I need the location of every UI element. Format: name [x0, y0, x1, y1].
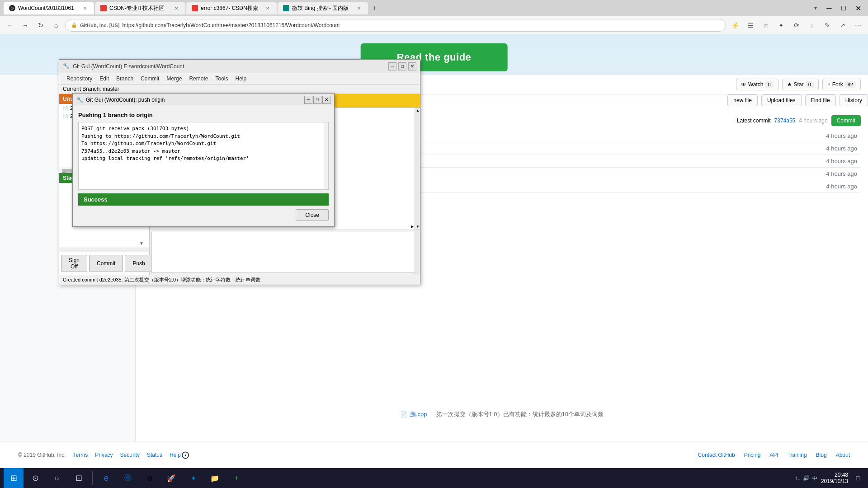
push-scrollbar[interactable]	[324, 122, 328, 189]
push-maximize[interactable]: □	[313, 96, 321, 104]
tab-list-icon[interactable]: ▾	[810, 3, 821, 14]
menu-help[interactable]: Help	[231, 74, 250, 83]
push-minimize[interactable]: ─	[304, 96, 312, 104]
tab-2[interactable]: CSDN-专业IT技术社区 ✕	[95, 2, 185, 14]
footer-about-link[interactable]: About	[836, 452, 850, 458]
menu-repository[interactable]: Repository	[63, 74, 96, 83]
taskbar-notepadpp[interactable]: +	[226, 468, 246, 488]
downloads-icon[interactable]: ↓	[806, 19, 818, 32]
notification-center[interactable]: □	[852, 472, 864, 484]
find-file-button[interactable]: Find file	[805, 94, 836, 106]
tab-3[interactable]: error c3867- CSDN搜索 ✕	[186, 2, 277, 14]
sign-off-button[interactable]: Sign Off	[61, 255, 87, 272]
staged-hscroll[interactable]	[59, 247, 149, 252]
fork-button[interactable]: ⑂ Fork 82	[822, 79, 861, 90]
git-gui-minimize[interactable]: ─	[388, 62, 396, 70]
favorites-icon[interactable]: ☆	[760, 19, 772, 32]
taskbar-explorer[interactable]: 📁	[205, 468, 225, 488]
taskbar-date: 2019/10/13	[821, 478, 848, 484]
menu-remote[interactable]: Remote	[185, 74, 212, 83]
vscroll-right-corner[interactable]: ▶	[410, 224, 415, 230]
menu-tools[interactable]: Tools	[212, 74, 231, 83]
star-button[interactable]: ★ Star 0	[782, 79, 819, 90]
collections-icon[interactable]: ✦	[775, 19, 788, 32]
commit-message-input[interactable]	[151, 232, 418, 273]
network-icon[interactable]: ↑↓	[795, 475, 800, 481]
commit-button-gui[interactable]: Commit	[89, 255, 123, 272]
menu-branch[interactable]: Branch	[113, 74, 137, 83]
share-icon[interactable]: ↗	[836, 19, 849, 32]
tab-close-active[interactable]: ✕	[81, 5, 89, 12]
taskbar-cortana[interactable]: ○	[47, 468, 67, 488]
vscroll-down[interactable]: ▼	[415, 224, 420, 230]
volume-icon[interactable]: 🔊	[803, 475, 810, 481]
tab-2-close[interactable]: ✕	[173, 5, 180, 12]
commit-hash[interactable]: 7374a55	[774, 117, 796, 124]
source-link[interactable]: 📄 源.cpp	[400, 410, 427, 418]
footer-help-link[interactable]: Help	[170, 452, 181, 458]
vscroll-up[interactable]: ▲	[415, 108, 420, 113]
refresh-button[interactable]: ↻	[34, 19, 47, 32]
extensions-icon[interactable]: ⚡	[729, 19, 741, 32]
watch-button[interactable]: 👁 Watch 0	[736, 79, 778, 90]
tab-3-title: error c3867- CSDN搜索	[201, 5, 261, 12]
tab-4[interactable]: 微软 Bing 搜索 - 国内版 ✕	[278, 2, 368, 14]
commit-msg-area	[150, 230, 420, 275]
tab-3-close[interactable]: ✕	[264, 5, 271, 12]
file-time-2: 4 hours ago	[438, 142, 861, 155]
taskbar-search[interactable]: ⊙	[25, 468, 45, 488]
push-close-button[interactable]: Close	[296, 209, 329, 221]
footer-contact-link[interactable]: Contact GitHub	[698, 452, 735, 458]
taskbar-ie[interactable]: e	[96, 468, 116, 488]
menu-icon[interactable]: ⋯	[852, 19, 864, 32]
git-gui-maximize[interactable]: □	[398, 62, 406, 70]
taskbar-edge[interactable]: ⓔ	[118, 468, 138, 488]
maximize-browser[interactable]: □	[837, 2, 850, 14]
history-icon[interactable]: ⟳	[790, 19, 803, 32]
new-file-button[interactable]: new file	[727, 94, 758, 106]
footer-security-link[interactable]: Security	[120, 452, 140, 458]
history-button[interactable]: History	[840, 94, 868, 106]
menu-edit[interactable]: Edit	[96, 74, 113, 83]
address-input[interactable]: 🔒 GitHub, Inc. [US] https://github.com/T…	[65, 19, 726, 32]
push-dialog-titlebar: 🔧 Git Gui (WordCount): push origin ─ □ ✕	[73, 94, 334, 106]
footer-privacy-link[interactable]: Privacy	[95, 452, 113, 458]
commit-button[interactable]: Commit	[831, 115, 861, 126]
source-file-name: 源.cpp	[410, 410, 427, 418]
staged-scroll-down[interactable]: ▼	[139, 241, 144, 246]
upload-files-button[interactable]: Upload files	[761, 94, 802, 106]
push-dialog-body: Pushing 1 branch to origin POST git-rece…	[73, 106, 334, 226]
taskbar-task-view[interactable]: ⊡	[69, 468, 89, 488]
taskbar-chrome[interactable]: ⊕	[140, 468, 160, 488]
msg-vscroll[interactable]	[415, 230, 420, 275]
language-indicator[interactable]: 中	[812, 475, 817, 482]
menu-merge[interactable]: Merge	[163, 74, 185, 83]
home-button[interactable]: ⌂	[50, 19, 62, 32]
new-tab-button[interactable]: +	[369, 4, 380, 12]
diff-vscroll[interactable]: ▲ ▼	[415, 108, 420, 230]
menu-commit[interactable]: Commit	[137, 74, 163, 83]
taskbar-clock[interactable]: 20:48 2019/10/13	[821, 472, 848, 484]
git-gui-close[interactable]: ✕	[408, 62, 416, 70]
footer-training-link[interactable]: Training	[788, 452, 807, 458]
forward-button[interactable]: →	[19, 19, 32, 32]
footer-api-link[interactable]: API	[769, 452, 778, 458]
tab-active[interactable]: ⊙ WordCount/201831061 ✕	[4, 2, 94, 14]
close-browser[interactable]: ✕	[852, 2, 864, 14]
back-button[interactable]: ←	[4, 19, 16, 32]
push-button[interactable]: Push	[125, 255, 152, 272]
footer-pricing-link[interactable]: Pricing	[744, 452, 761, 458]
edit-icon[interactable]: ✎	[821, 19, 834, 32]
footer-status-link[interactable]: Status	[147, 452, 162, 458]
taskbar-rocketdock[interactable]: 🚀	[161, 468, 181, 488]
minimize-browser[interactable]: ─	[823, 2, 835, 14]
reader-icon[interactable]: ☰	[744, 19, 757, 32]
star-icon: ★	[787, 81, 792, 88]
footer-terms-link[interactable]: Terms	[73, 452, 88, 458]
tab-4-close[interactable]: ✕	[355, 5, 363, 12]
footer-blog-link[interactable]: Blog	[816, 452, 827, 458]
push-close[interactable]: ✕	[322, 96, 330, 104]
taskbar-vscode[interactable]: ✦	[183, 468, 203, 488]
fork-count: 82	[845, 81, 856, 88]
start-button[interactable]: ⊞	[4, 468, 24, 488]
